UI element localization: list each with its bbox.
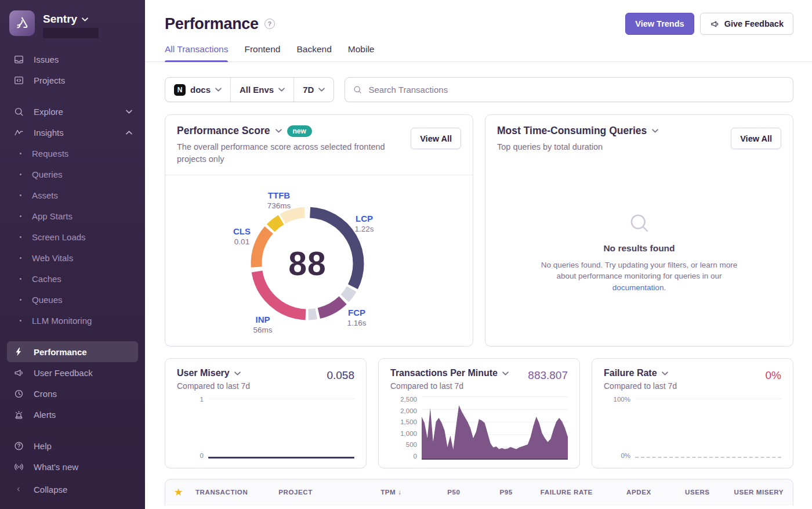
performance-score-view-all-button[interactable]: View All xyxy=(411,128,461,149)
sidebar-collapse-button[interactable]: Collapse xyxy=(7,479,138,500)
issues-icon xyxy=(13,53,24,65)
megaphone-icon xyxy=(710,19,720,29)
megaphone-icon xyxy=(13,367,24,378)
sidebar-item-insights[interactable]: Insights xyxy=(7,122,138,143)
vital-fcp: FCP 1.16s xyxy=(347,308,366,327)
chevron-up-icon xyxy=(126,131,132,135)
search-icon xyxy=(353,85,362,97)
sidebar-item-projects[interactable]: Projects xyxy=(7,70,138,91)
tpm-value: 883.807 xyxy=(528,369,568,382)
lightning-icon xyxy=(13,346,24,358)
sidebar-item-explore[interactable]: Explore xyxy=(7,101,138,122)
sidebar: Sentry Issues Projects Explore xyxy=(0,0,145,509)
column-header-p50[interactable]: P50 xyxy=(402,489,461,496)
y-axis-tick: 0 xyxy=(200,453,204,460)
sidebar-item-performance[interactable]: Performance xyxy=(7,341,138,362)
column-header-p95[interactable]: P95 xyxy=(461,489,513,496)
column-header-user-misery[interactable]: USER MISERY xyxy=(710,489,784,496)
sidebar-item-caches[interactable]: Caches xyxy=(7,268,138,289)
column-header-failure-rate[interactable]: FAILURE RATE xyxy=(513,489,593,496)
y-axis-tick: 1,500 xyxy=(400,419,417,426)
queries-view-all-button[interactable]: View All xyxy=(731,128,781,149)
column-header-project[interactable]: PROJECT xyxy=(278,489,343,496)
sidebar-item-alerts[interactable]: Alerts xyxy=(7,404,138,425)
sidebar-item-crons[interactable]: Crons xyxy=(7,383,138,404)
y-axis-tick: 2,500 xyxy=(400,396,417,403)
y-axis-tick: 0 xyxy=(414,453,417,460)
org-name: Sentry xyxy=(43,13,77,26)
column-header-users[interactable]: USERS xyxy=(651,489,710,496)
user-misery-chart xyxy=(208,396,354,460)
sidebar-item-issues[interactable]: Issues xyxy=(7,49,138,70)
help-circle-icon[interactable]: ? xyxy=(264,19,275,29)
chevron-left-icon xyxy=(13,483,24,495)
vital-lcp: LCP 1.22s xyxy=(354,214,374,233)
queries-card-description: Top queries by total duration xyxy=(497,141,723,153)
tab-frontend[interactable]: Frontend xyxy=(244,44,280,62)
vital-inp: INP 56ms xyxy=(253,315,272,334)
column-header-tpm[interactable]: TPM ↓ xyxy=(343,488,402,496)
sidebar-item-web-vitals[interactable]: Web Vitals xyxy=(7,247,138,268)
sentry-logo xyxy=(9,10,35,36)
sidebar-item-assets[interactable]: Assets xyxy=(7,185,138,205)
failure-rate-title[interactable]: Failure Rate xyxy=(604,368,657,378)
performance-score-value: 88 xyxy=(249,205,365,322)
sidebar-item-screen-loads[interactable]: Screen Loads xyxy=(7,226,138,247)
chevron-down-icon xyxy=(278,88,285,92)
chevron-down-icon xyxy=(502,371,509,376)
view-trends-button[interactable]: View Trends xyxy=(625,13,694,35)
tab-backend[interactable]: Backend xyxy=(296,44,331,62)
failure-rate-card: Failure Rate Compared to last 7d 0% 100%… xyxy=(592,358,793,468)
transactions-table: ★ TRANSACTION PROJECT TPM ↓ P50 P95 FAIL… xyxy=(165,479,793,506)
y-axis-tick: 0% xyxy=(621,453,630,460)
y-axis-tick: 500 xyxy=(406,442,417,449)
chevron-down-icon xyxy=(126,110,132,114)
column-header-transaction[interactable]: TRANSACTION xyxy=(195,489,278,496)
siren-icon xyxy=(13,409,24,420)
sidebar-item-queries[interactable]: Queries xyxy=(7,164,138,185)
column-header-apdex[interactable]: APDEX xyxy=(593,489,651,496)
table-header-row: ★ TRANSACTION PROJECT TPM ↓ P50 P95 FAIL… xyxy=(165,479,793,505)
vital-cls: CLS 0.01 xyxy=(233,226,251,246)
search-transactions-input[interactable] xyxy=(345,77,793,102)
chevron-down-icon xyxy=(652,129,658,133)
documentation-link[interactable]: documentation xyxy=(612,283,664,292)
chevron-down-icon xyxy=(318,88,325,92)
tpm-title[interactable]: Transactions Per Minute xyxy=(390,368,498,378)
org-switcher[interactable]: Sentry xyxy=(7,8,138,44)
environment-selector[interactable]: All Envs xyxy=(230,78,293,102)
sidebar-item-app-starts[interactable]: App Starts xyxy=(7,205,138,226)
tab-all-transactions[interactable]: All Transactions xyxy=(165,44,228,62)
tab-mobile[interactable]: Mobile xyxy=(348,44,375,62)
sidebar-item-requests[interactable]: Requests xyxy=(7,143,138,164)
failure-rate-subtitle: Compared to last 7d xyxy=(604,381,677,391)
failure-rate-chart xyxy=(635,396,781,460)
project-selector[interactable]: N docs xyxy=(165,78,230,102)
y-axis-tick: 100% xyxy=(614,396,630,403)
page-filter-bar: N docs All Envs 7D xyxy=(165,77,334,102)
failure-rate-value: 0% xyxy=(766,369,781,382)
queries-card-title[interactable]: Most Time-Consuming Queries xyxy=(497,125,647,137)
give-feedback-button[interactable]: Give Feedback xyxy=(700,13,793,35)
broadcast-icon xyxy=(13,461,24,472)
empty-state: No results found No queries found. Try u… xyxy=(485,175,793,346)
sort-down-icon: ↓ xyxy=(398,488,402,496)
empty-state-title: No results found xyxy=(603,243,675,254)
chevron-down-icon xyxy=(662,371,668,376)
insights-icon xyxy=(13,127,24,138)
performance-score-card: Performance Score new The overall perfor… xyxy=(165,114,473,346)
tpm-area-chart xyxy=(422,396,568,460)
sidebar-item-help[interactable]: Help xyxy=(7,435,138,456)
tab-bar: All Transactions Frontend Backend Mobile xyxy=(145,44,812,62)
sidebar-item-user-feedback[interactable]: User Feedback xyxy=(7,362,138,383)
date-range-selector[interactable]: 7D xyxy=(293,78,334,102)
user-misery-title[interactable]: User Misery xyxy=(177,368,230,378)
sidebar-item-queues[interactable]: Queues xyxy=(7,289,138,310)
star-icon[interactable]: ★ xyxy=(175,487,195,497)
sidebar-item-llm-monitoring[interactable]: LLM Monitoring xyxy=(7,310,138,331)
main-content: Performance ? View Trends Give Feedback … xyxy=(145,0,812,509)
performance-score-title[interactable]: Performance Score xyxy=(177,125,270,137)
sidebar-item-whats-new[interactable]: What's new xyxy=(7,456,138,477)
chevron-down-icon xyxy=(82,17,88,21)
y-axis-tick: 2,000 xyxy=(400,408,417,415)
